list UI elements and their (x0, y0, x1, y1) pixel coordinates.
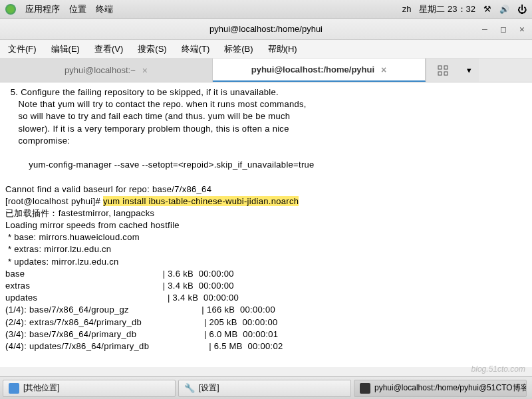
svg-rect-2 (438, 72, 442, 75)
terminal-icon (360, 383, 370, 394)
files-icon (9, 383, 19, 394)
terminal-line: * base: mirrors.huaweicloud.com (5, 232, 140, 242)
terminal-line: extras | 3.4 kB 00:00:00 (5, 281, 234, 291)
terminal-line: so will have to try and fail each time (… (5, 111, 290, 121)
terminal-line: 5. Configure the failing repository to b… (5, 87, 279, 97)
tabbar: pyhui@localhost:~ × pyhui@localhost:/hom… (0, 59, 532, 82)
terminal-line: Cannot find a valid baseurl for repo: ba… (5, 184, 211, 194)
menubar: 文件(F) 编辑(E) 查看(V) 搜索(S) 终端(T) 标签(B) 帮助(H… (0, 40, 532, 59)
window-titlebar[interactable]: pyhui@localhost:/home/pyhui — □ ✕ (0, 19, 532, 40)
taskbar-item-label: pyhui@localhost:/home/pyhui@51CTO博客 (374, 382, 527, 394)
terminal-line: * updates: mirror.lzu.edu.cn (5, 257, 119, 267)
tab-1-close-icon[interactable]: × (142, 65, 148, 76)
taskbar-item-label: [其他位置] (23, 382, 60, 394)
gnome-foot-icon[interactable] (5, 4, 16, 15)
maximize-button[interactable]: □ (499, 25, 508, 34)
terminal-output[interactable]: 5. Configure the failing repository to b… (0, 82, 532, 367)
terminal-line: (3/4): base/7/x86_64/primary_db | 6.0 MB… (5, 329, 278, 339)
chevron-down-icon: ▾ (467, 65, 471, 75)
window-title: pyhui@localhost:/home/pyhui (209, 24, 323, 34)
minimize-button[interactable]: — (480, 25, 489, 34)
tab-2-label: pyhui@localhost:/home/pyhui (251, 65, 374, 74)
svg-rect-1 (444, 66, 448, 69)
terminal-line: (2/4): extras/7/x86_64/primary_db | 205 … (5, 317, 278, 327)
menu-applications[interactable]: 应用程序 (25, 3, 60, 15)
power-icon[interactable] (517, 4, 527, 15)
tab-overview-button[interactable] (426, 59, 459, 82)
menu-places[interactable]: 位置 (69, 3, 86, 15)
taskbar-item-label: [设置] (199, 382, 219, 394)
svg-rect-0 (438, 66, 442, 69)
taskbar-item-terminal[interactable]: pyhui@localhost:/home/pyhui@51CTO博客 (354, 380, 527, 397)
terminal-line: (4/4): updates/7/x86_64/primary_db | 6.5… (5, 341, 283, 351)
volume-icon[interactable] (499, 4, 509, 14)
svg-rect-3 (444, 72, 448, 75)
tab-1-label: pyhui@localhost:~ (65, 65, 136, 75)
tab-2-close-icon[interactable]: × (381, 65, 386, 75)
taskbar: [其他位置] [设置] pyhui@localhost:/home/pyhui@… (0, 376, 532, 399)
menu-file[interactable]: 文件(F) (5, 42, 39, 57)
tab-dropdown-button[interactable]: ▾ (459, 59, 479, 82)
menu-tabs[interactable]: 标签(B) (221, 42, 255, 57)
top-panel: 应用程序 位置 终端 zh 星期二 23：32 (0, 0, 532, 19)
terminal-line: yum-config-manager --save --setopt=<repo… (5, 160, 315, 170)
menu-help[interactable]: 帮助(H) (265, 42, 300, 57)
terminal-line: compromise: (5, 136, 70, 146)
terminal-command-highlight: yum install ibus-table-chinese-wubi-jidi… (103, 196, 299, 206)
menu-view[interactable]: 查看(V) (92, 42, 126, 57)
taskbar-item-settings[interactable]: [设置] (178, 380, 351, 397)
grid-icon (438, 65, 448, 76)
terminal-line: * extras: mirror.lzu.edu.cn (5, 244, 111, 254)
close-button[interactable]: ✕ (517, 25, 527, 34)
terminal-line: (1/4): base/7/x86_64/group_gz | 166 kB 0… (5, 305, 275, 315)
menu-terminal[interactable]: 终端(T) (179, 42, 213, 57)
input-method-indicator[interactable]: zh (402, 4, 412, 14)
settings-icon (184, 383, 195, 394)
taskbar-item-files[interactable]: [其他位置] (3, 380, 176, 397)
menu-edit[interactable]: 编辑(E) (49, 42, 82, 57)
tab-1[interactable]: pyhui@localhost:~ × (0, 59, 213, 82)
terminal-line: Note that yum will try to contact the re… (5, 99, 307, 109)
network-icon[interactable] (483, 4, 491, 14)
terminal-line: Loading mirror speeds from cached hostfi… (5, 220, 180, 230)
terminal-prompt: [root@localhost pyhui]# (5, 196, 103, 206)
menu-search[interactable]: 搜索(S) (135, 42, 169, 57)
terminal-line: updates | 3.4 kB 00:00:00 (5, 293, 239, 303)
tab-2[interactable]: pyhui@localhost:/home/pyhui × (213, 59, 426, 82)
terminal-line: base | 3.6 kB 00:00:00 (5, 269, 234, 279)
terminal-line: 已加载插件：fastestmirror, langpacks (5, 208, 154, 218)
terminal-line: slower). If it is a very temporary probl… (5, 124, 289, 134)
menu-terminal[interactable]: 终端 (96, 3, 113, 15)
clock[interactable]: 星期二 23：32 (419, 3, 475, 15)
